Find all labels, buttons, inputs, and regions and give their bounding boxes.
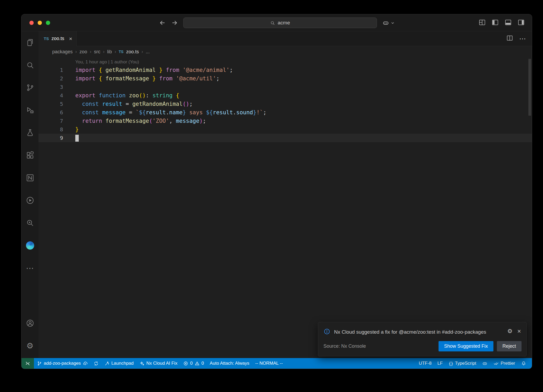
- split-editor-icon: [506, 34, 513, 42]
- breadcrumb-item-file[interactable]: zoo.ts: [126, 49, 139, 55]
- go-back-button[interactable]: [159, 19, 166, 26]
- auto-attach-item[interactable]: Auto Attach: Always: [207, 358, 252, 369]
- settings-gear-icon: ⚙: [27, 342, 34, 350]
- toggle-primary-sidebar-button[interactable]: [491, 19, 499, 27]
- files-icon: [26, 38, 34, 47]
- code-line-7[interactable]: 7 return formatMessage('ZOO', message);: [38, 117, 532, 125]
- notifications-bell[interactable]: [518, 358, 529, 369]
- layout-controls: [478, 14, 525, 31]
- error-icon: [183, 361, 188, 366]
- activity-explorer[interactable]: [21, 31, 38, 54]
- inspect-icon: [26, 219, 34, 227]
- chevron-right-icon: ›: [90, 49, 91, 54]
- activity-run-debug[interactable]: [21, 99, 38, 121]
- chevron-right-icon: ›: [75, 49, 77, 54]
- split-editor-button[interactable]: [506, 34, 513, 43]
- title-bar-center: acme: [159, 14, 395, 31]
- problems-indicator[interactable]: 0 0: [180, 358, 207, 369]
- vim-mode-indicator[interactable]: -- NORMAL --: [252, 358, 286, 369]
- close-tab-icon[interactable]: ×: [69, 36, 72, 41]
- encoding-label: UTF-8: [419, 361, 432, 366]
- source-control-icon: [26, 83, 34, 92]
- breadcrumb-item-packages[interactable]: packages: [52, 49, 73, 55]
- editor-actions: ⋯: [506, 31, 532, 46]
- remote-icon: [25, 361, 30, 366]
- run-circle-icon: [26, 196, 34, 205]
- code-line-2[interactable]: 2import { formatMessage } from '@acme/ut…: [38, 74, 532, 83]
- notification-footer: Source: Nx Console Show Suggested Fix Re…: [318, 337, 526, 356]
- customize-layout-button[interactable]: [478, 19, 486, 27]
- activity-run-circle[interactable]: [21, 189, 38, 212]
- show-suggested-fix-button[interactable]: Show Suggested Fix: [439, 341, 493, 351]
- code-line-3[interactable]: 3: [38, 83, 532, 91]
- status-bar-left: add-zoo-packages Launchpad Nx Cloud AI F…: [21, 358, 286, 369]
- sync-changes-button[interactable]: [91, 358, 102, 369]
- language-label: TypeScript: [455, 361, 476, 366]
- remote-indicator[interactable]: [21, 358, 34, 369]
- code-lines: You, 1 hour ago | 1 author (You)1import …: [38, 58, 532, 142]
- toggle-secondary-sidebar-button[interactable]: [517, 19, 525, 27]
- reject-button[interactable]: Reject: [497, 341, 522, 351]
- activity-account[interactable]: [21, 312, 38, 334]
- code-line-4[interactable]: 4export function zoo(): string {: [38, 91, 532, 100]
- minimize-window-button[interactable]: [38, 21, 42, 25]
- command-center-search[interactable]: acme: [183, 18, 377, 28]
- formatter-item[interactable]: Prettier: [491, 358, 518, 369]
- more-editor-actions-icon[interactable]: ⋯: [519, 35, 526, 42]
- activity-more[interactable]: ⋯: [21, 257, 38, 279]
- notification-settings-gear-icon[interactable]: ⚙: [507, 328, 513, 334]
- tab-label: zoo.ts: [51, 36, 64, 41]
- tab-zoo-ts[interactable]: TS zoo.ts ×: [38, 31, 77, 46]
- activity-search[interactable]: [21, 54, 38, 76]
- nx-cloud-ai-fix-button[interactable]: Nx Cloud AI Fix: [137, 358, 180, 369]
- activity-settings[interactable]: ⚙: [21, 334, 38, 357]
- bell-icon: [521, 361, 526, 366]
- breadcrumb-item-symbol[interactable]: ...: [146, 49, 150, 55]
- chevron-right-icon: ›: [103, 49, 104, 54]
- code-line-6[interactable]: 6 const message = `${result.name} says $…: [38, 108, 532, 117]
- code-line-1[interactable]: 1import { getRandomAnimal } from '@acme/…: [38, 66, 532, 74]
- window-controls: [29, 14, 50, 31]
- sparkle-icon: [139, 361, 144, 366]
- activity-testing[interactable]: [21, 121, 38, 144]
- breadcrumb-item-src[interactable]: src: [94, 49, 100, 55]
- arrow-left-icon: [159, 19, 166, 26]
- editor-scrollbar[interactable]: [528, 59, 531, 116]
- zoom-window-button[interactable]: [46, 21, 50, 25]
- typescript-file-icon: TS: [44, 36, 49, 41]
- copilot-menu-button[interactable]: [382, 19, 395, 27]
- language-mode-item[interactable]: {} TypeScript: [446, 358, 479, 369]
- notification-close-icon[interactable]: ×: [517, 328, 521, 334]
- activity-edge-devtools[interactable]: [21, 234, 38, 257]
- code-editor[interactable]: You, 1 hour ago | 1 author (You)1import …: [38, 57, 532, 358]
- launchpad-label: Launchpad: [111, 361, 134, 366]
- info-icon: [323, 328, 330, 335]
- encoding-item[interactable]: UTF-8: [416, 358, 435, 369]
- auto-attach-label: Auto Attach: Always: [210, 361, 249, 366]
- breadcrumb-item-lib[interactable]: lib: [107, 49, 112, 55]
- warning-count: 0: [202, 361, 204, 366]
- toggle-panel-button[interactable]: [504, 19, 512, 27]
- activity-inspect[interactable]: [21, 212, 38, 234]
- double-check-icon: [493, 361, 499, 366]
- arrow-right-icon: [171, 19, 178, 26]
- go-forward-button[interactable]: [171, 19, 178, 26]
- panel-bottom-icon: [504, 19, 512, 26]
- code-line-9[interactable]: 9: [38, 134, 532, 142]
- git-branch-item[interactable]: add-zoo-packages: [34, 358, 91, 369]
- copilot-status-item[interactable]: [479, 358, 491, 369]
- breadcrumb-item-zoo[interactable]: zoo: [80, 49, 87, 55]
- launchpad-button[interactable]: Launchpad: [102, 358, 137, 369]
- activity-source-control[interactable]: [21, 76, 38, 99]
- sync-icon: [94, 361, 99, 366]
- activity-nx-console[interactable]: [21, 167, 38, 189]
- activity-bar: ⋯ ⚙: [21, 31, 38, 358]
- code-line-5[interactable]: 5 const result = getRandomAnimal();: [38, 100, 532, 108]
- eol-item[interactable]: LF: [435, 358, 446, 369]
- activity-extensions[interactable]: [21, 144, 38, 167]
- sidebar-right-icon: [517, 19, 525, 26]
- close-window-button[interactable]: [29, 21, 34, 25]
- code-line-8[interactable]: 8}: [38, 125, 532, 134]
- copilot-icon: [482, 361, 488, 366]
- command-center-text: acme: [278, 20, 290, 26]
